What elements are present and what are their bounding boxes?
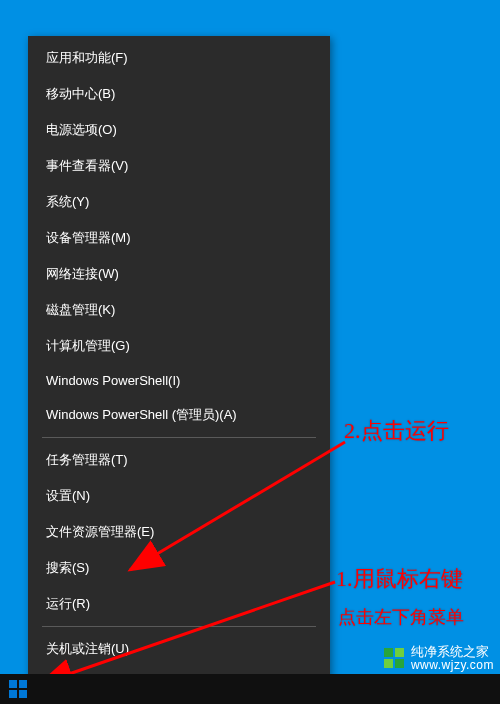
menu-event-viewer[interactable]: 事件查看器(V) bbox=[28, 148, 330, 184]
watermark-logo-icon bbox=[383, 647, 405, 669]
menu-system[interactable]: 系统(Y) bbox=[28, 184, 330, 220]
windows-logo-icon bbox=[9, 680, 27, 698]
menu-powershell-admin[interactable]: Windows PowerShell (管理员)(A) bbox=[28, 397, 330, 433]
menu-apps-features[interactable]: 应用和功能(F) bbox=[28, 40, 330, 76]
annotation-step2: 2.点击运行 bbox=[344, 416, 449, 446]
winx-context-menu: 应用和功能(F)移动中心(B)电源选项(O)事件查看器(V)系统(Y)设备管理器… bbox=[28, 36, 330, 704]
menu-run[interactable]: 运行(R) bbox=[28, 586, 330, 622]
menu-settings[interactable]: 设置(N) bbox=[28, 478, 330, 514]
menu-computer-management[interactable]: 计算机管理(G) bbox=[28, 328, 330, 364]
menu-shutdown-signout[interactable]: 关机或注销(U) bbox=[28, 631, 330, 667]
menu-device-manager[interactable]: 设备管理器(M) bbox=[28, 220, 330, 256]
menu-separator bbox=[42, 437, 316, 438]
watermark: 纯净系统之家 www.wjzy.com bbox=[383, 645, 494, 672]
menu-mobility-center[interactable]: 移动中心(B) bbox=[28, 76, 330, 112]
svg-rect-7 bbox=[384, 648, 393, 657]
annotation-step1-line2: 点击左下角菜单 bbox=[338, 605, 464, 629]
menu-disk-management[interactable]: 磁盘管理(K) bbox=[28, 292, 330, 328]
menu-power-options[interactable]: 电源选项(O) bbox=[28, 112, 330, 148]
svg-rect-10 bbox=[395, 659, 404, 668]
menu-search[interactable]: 搜索(S) bbox=[28, 550, 330, 586]
menu-powershell[interactable]: Windows PowerShell(I) bbox=[28, 364, 330, 397]
menu-task-manager[interactable]: 任务管理器(T) bbox=[28, 442, 330, 478]
svg-rect-9 bbox=[384, 659, 393, 668]
taskbar bbox=[0, 674, 500, 704]
menu-file-explorer[interactable]: 文件资源管理器(E) bbox=[28, 514, 330, 550]
menu-separator bbox=[42, 626, 316, 627]
watermark-brand: 纯净系统之家 bbox=[411, 645, 494, 659]
svg-rect-8 bbox=[395, 648, 404, 657]
svg-rect-6 bbox=[19, 690, 27, 698]
menu-network-connections[interactable]: 网络连接(W) bbox=[28, 256, 330, 292]
svg-rect-3 bbox=[9, 680, 17, 688]
svg-rect-5 bbox=[9, 690, 17, 698]
svg-rect-4 bbox=[19, 680, 27, 688]
watermark-url: www.wjzy.com bbox=[411, 659, 494, 672]
start-button[interactable] bbox=[4, 676, 32, 702]
annotation-step1-line1: 1.用鼠标右键 bbox=[336, 564, 463, 594]
